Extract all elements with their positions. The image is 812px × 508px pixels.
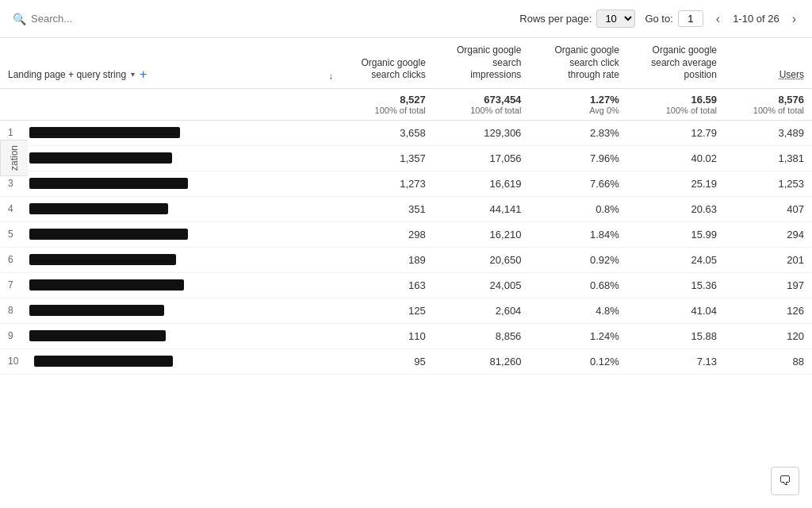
sort-cell-1	[254, 145, 341, 171]
sort-cell-9	[254, 348, 341, 374]
clicks-cell-6: 163	[341, 272, 434, 298]
position-cell-6: 15.36	[627, 272, 725, 298]
col-header-impressions: Organic google search impressions	[434, 38, 530, 88]
users-cell-1: 1,381	[725, 145, 812, 171]
goto-label: Go to:	[645, 13, 672, 25]
row-number: 1	[8, 127, 13, 138]
redacted-content	[34, 356, 173, 367]
row-number: 4	[8, 203, 13, 214]
users-cell-0: 3,489	[725, 120, 812, 145]
sort-cell-3	[254, 196, 341, 221]
users-cell-7: 126	[725, 298, 812, 323]
dimension-label: Landing page + query string	[8, 69, 126, 80]
search-box: 🔍	[13, 13, 126, 25]
impressions-cell-8: 8,856	[434, 323, 530, 348]
clicks-cell-3: 351	[341, 196, 434, 221]
goto-box: Go to:	[645, 10, 703, 27]
table-row: 2 1,357 17,056 7.96% 40.02 1,381	[0, 145, 812, 171]
redacted-content	[29, 279, 184, 291]
table-row: 8 125 2,604 4.8% 41.04 126	[0, 298, 812, 323]
impressions-cell-3: 44,141	[434, 196, 530, 221]
table-row: 10 95 81,260 0.12% 7.13 88	[0, 348, 812, 374]
chat-button[interactable]: 🗨	[771, 467, 799, 495]
totals-position: 16.59 100% of total	[627, 88, 725, 120]
dimension-column-header: Landing page + query string ▾ +	[0, 38, 254, 88]
dim-cell-7: 8	[0, 298, 254, 323]
totals-dim-cell	[0, 88, 254, 120]
col-header-position: Organic google search average position	[627, 38, 725, 88]
search-input[interactable]	[31, 13, 126, 25]
users-cell-3: 407	[725, 196, 812, 221]
add-dimension-button[interactable]: +	[140, 67, 147, 82]
row-number: 6	[8, 254, 13, 265]
ctr-cell-8: 1.24%	[529, 323, 626, 348]
sort-icon-col: ↓	[254, 38, 341, 88]
sort-cell-2	[254, 171, 341, 196]
col-header-users: Users	[725, 38, 812, 88]
top-bar: 🔍 Rows per page: 10 25 50 Go to: ‹ 1-10 …	[0, 0, 812, 38]
clicks-cell-5: 189	[341, 247, 434, 272]
column-header-row: Landing page + query string ▾ + ↓ Organi…	[0, 38, 812, 88]
ctr-cell-4: 1.84%	[529, 221, 626, 247]
clicks-cell-4: 298	[341, 221, 434, 247]
dim-cell-3: 4	[0, 196, 254, 221]
dim-cell-1: 2	[0, 145, 254, 171]
table-row: 5 298 16,210 1.84% 15.99 294	[0, 221, 812, 247]
totals-sort-cell	[254, 88, 341, 120]
row-number: 3	[8, 178, 13, 189]
col-header-clicks: Organic google search clicks	[341, 38, 434, 88]
users-cell-5: 201	[725, 247, 812, 272]
sort-cell-6	[254, 272, 341, 298]
impressions-cell-1: 17,056	[434, 145, 530, 171]
dim-cell-2: 3	[0, 171, 254, 196]
position-cell-3: 20.63	[627, 196, 725, 221]
data-table: Landing page + query string ▾ + ↓ Organi…	[0, 38, 812, 375]
redacted-content	[29, 178, 188, 189]
pagination-controls: Rows per page: 10 25 50 Go to: ‹ 1-10 of…	[519, 10, 799, 28]
totals-clicks: 8,527 100% of total	[341, 88, 434, 120]
sort-cell-7	[254, 298, 341, 323]
chat-icon-symbol: 🗨	[779, 474, 791, 488]
users-cell-6: 197	[725, 272, 812, 298]
impressions-cell-6: 24,005	[434, 272, 530, 298]
clicks-cell-9: 95	[341, 348, 434, 374]
zation-tab: zation	[0, 140, 28, 176]
clicks-cell-0: 3,658	[341, 120, 434, 145]
page-range: 1-10 of 26	[733, 13, 779, 25]
position-cell-8: 15.88	[627, 323, 725, 348]
position-cell-1: 40.02	[627, 145, 725, 171]
redacted-content	[29, 203, 168, 214]
row-number: 10	[8, 356, 18, 367]
redacted-content	[29, 254, 176, 265]
row-number: 9	[8, 330, 13, 341]
ctr-cell-6: 0.68%	[529, 272, 626, 298]
redacted-content	[29, 330, 166, 341]
position-cell-7: 41.04	[627, 298, 725, 323]
totals-row: 8,527 100% of total 673,454 100% of tota…	[0, 88, 812, 120]
search-icon: 🔍	[13, 13, 26, 25]
rows-per-page-label: Rows per page:	[519, 13, 592, 25]
redacted-content	[29, 127, 180, 138]
redacted-content	[29, 305, 164, 316]
table-row: 1 3,658 129,306 2.83% 12.79 3,489	[0, 120, 812, 145]
next-page-button[interactable]: ›	[789, 12, 799, 26]
ctr-cell-5: 0.92%	[529, 247, 626, 272]
redacted-content	[29, 152, 172, 164]
impressions-cell-2: 16,619	[434, 171, 530, 196]
sort-icon[interactable]: ↓	[328, 71, 333, 82]
prev-page-button[interactable]: ‹	[713, 12, 723, 26]
sort-cell-5	[254, 247, 341, 272]
dimension-dropdown-icon[interactable]: ▾	[131, 70, 135, 79]
users-cell-4: 294	[725, 221, 812, 247]
clicks-cell-8: 110	[341, 323, 434, 348]
clicks-cell-2: 1,273	[341, 171, 434, 196]
ctr-cell-7: 4.8%	[529, 298, 626, 323]
row-number: 5	[8, 229, 13, 240]
table-row: 9 110 8,856 1.24% 15.88 120	[0, 323, 812, 348]
totals-users: 8,576 100% of total	[725, 88, 812, 120]
rows-per-page-select[interactable]: 10 25 50	[596, 10, 635, 28]
goto-input[interactable]	[678, 10, 703, 27]
row-number: 8	[8, 305, 13, 316]
position-cell-9: 7.13	[627, 348, 725, 374]
users-cell-8: 120	[725, 323, 812, 348]
